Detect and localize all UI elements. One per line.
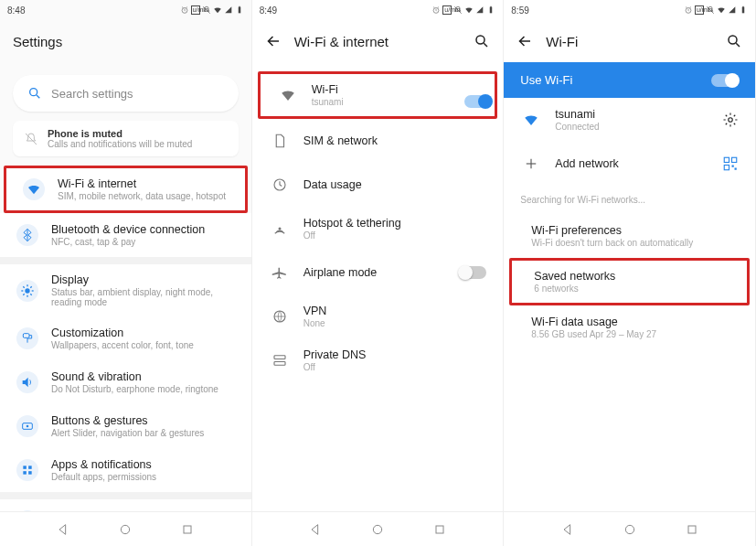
nav-bar [252, 511, 504, 546]
clock: 8:48 [7, 5, 25, 16]
row-bluetooth[interactable]: Bluetooth & device connectionNFC, cast, … [0, 213, 251, 257]
plus-icon [520, 153, 542, 175]
wifi-toggle[interactable] [464, 95, 492, 108]
use-wifi-label: Use Wi-Fi [520, 73, 711, 87]
status-icons: u/min [431, 5, 495, 15]
row-sound[interactable]: Sound & vibrationDo Not Disturb, earphon… [0, 360, 251, 404]
nav-recent-icon[interactable] [685, 522, 699, 537]
notice-phone-muted[interactable]: Phone is muted Calls and notifications w… [13, 121, 239, 156]
search-placeholder: Search settings [51, 87, 133, 101]
search-icon[interactable] [726, 33, 742, 49]
row-apps[interactable]: Apps & notificationsDefault apps, permis… [0, 448, 251, 492]
bell-off-icon [24, 132, 38, 146]
back-icon[interactable] [516, 33, 533, 49]
button-icon [16, 415, 38, 437]
vpn-icon [269, 305, 291, 327]
row-customization[interactable]: CustomizationWallpapers, accent color, f… [0, 316, 251, 360]
row-vpn[interactable]: VPNNone [252, 294, 504, 338]
bluetooth-icon [16, 224, 38, 246]
pane-wifi-internet: 8:49 u/min Wi-Fi & internet Wi-Fitsunami… [252, 0, 505, 546]
search-icon[interactable] [474, 33, 490, 49]
search-input[interactable]: Search settings [13, 75, 239, 112]
clock: 8:49 [260, 5, 277, 16]
status-bar: 8:59 u/min [504, 0, 755, 20]
search-icon [27, 86, 42, 101]
qr-icon[interactable] [722, 155, 739, 172]
nav-back-icon[interactable] [308, 522, 323, 537]
nav-back-icon[interactable] [56, 522, 70, 537]
pane-settings: 8:48 u/min Settings Search settings Phon… [0, 0, 252, 546]
apps-icon [16, 459, 38, 481]
nav-home-icon[interactable] [118, 522, 133, 537]
data-icon [269, 174, 291, 196]
gear-icon[interactable] [722, 112, 739, 128]
back-icon[interactable] [265, 33, 282, 49]
sun-icon [16, 280, 38, 302]
row-hotspot[interactable]: Hotspot & tetheringOff [252, 207, 504, 251]
page-title: Settings [13, 34, 62, 49]
searching-text: Searching for Wi-Fi networks... [504, 186, 755, 214]
row-buttons[interactable]: Buttons & gesturesAlert Slider, navigati… [0, 404, 251, 448]
row-wifi[interactable]: Wi-Fitsunami [258, 71, 498, 119]
notice-title: Phone is muted [48, 128, 192, 139]
pane-wifi: 8:59 u/min Wi-Fi Use Wi-Fi tsunamiConnec… [504, 0, 756, 546]
plane-icon [269, 262, 291, 284]
status-icons: u/min [684, 5, 748, 15]
header: Settings [0, 20, 251, 62]
status-bar: 8:49 u/min [252, 0, 504, 20]
row-airplane[interactable]: Airplane mode [252, 251, 504, 294]
row-display[interactable]: DisplayStatus bar, ambient display, nigh… [0, 264, 251, 316]
row-data-usage[interactable]: Data usage [252, 163, 504, 207]
nav-recent-icon[interactable] [432, 522, 447, 537]
nav-home-icon[interactable] [370, 522, 385, 537]
use-wifi-toggle[interactable] [711, 74, 739, 87]
row-saved-networks[interactable]: Saved networks6 networks [509, 258, 750, 305]
page-title: Wi-Fi & internet [294, 34, 389, 49]
sound-icon [16, 371, 38, 393]
paint-icon [16, 327, 38, 349]
nav-home-icon[interactable] [623, 522, 637, 537]
page-title: Wi-Fi [546, 34, 578, 49]
nav-back-icon[interactable] [560, 522, 575, 537]
row-wifi-preferences[interactable]: Wi-Fi preferencesWi-Fi doesn't turn back… [504, 214, 755, 258]
clock: 8:59 [511, 5, 528, 16]
dns-icon [269, 349, 291, 371]
row-add-network[interactable]: Add network [504, 142, 755, 186]
nav-bar [0, 511, 251, 546]
nav-recent-icon[interactable] [180, 522, 195, 537]
header: Wi-Fi [504, 20, 755, 62]
row-sim[interactable]: SIM & network [252, 119, 504, 163]
header: Wi-Fi & internet [252, 20, 504, 62]
wifi-icon [23, 178, 45, 200]
wifi-icon [520, 109, 542, 131]
status-icons: u/min [180, 5, 244, 15]
row-network-tsunami[interactable]: tsunamiConnected [504, 98, 755, 142]
row-wifi-data-usage[interactable]: Wi-Fi data usage8.56 GB used Apr 29 – Ma… [504, 305, 755, 349]
airplane-toggle[interactable] [459, 266, 486, 279]
sim-icon [269, 130, 291, 152]
status-bar: 8:48 u/min [0, 0, 251, 20]
wifi-icon [277, 84, 299, 106]
notice-sub: Calls and notifications will be muted [48, 139, 192, 149]
use-wifi-row[interactable]: Use Wi-Fi [504, 62, 755, 98]
row-wifi-internet[interactable]: Wi-Fi & internetSIM, mobile network, dat… [4, 166, 248, 213]
row-dns[interactable]: Private DNSOff [252, 338, 504, 382]
nav-bar [504, 511, 755, 546]
hotspot-icon [269, 218, 291, 240]
